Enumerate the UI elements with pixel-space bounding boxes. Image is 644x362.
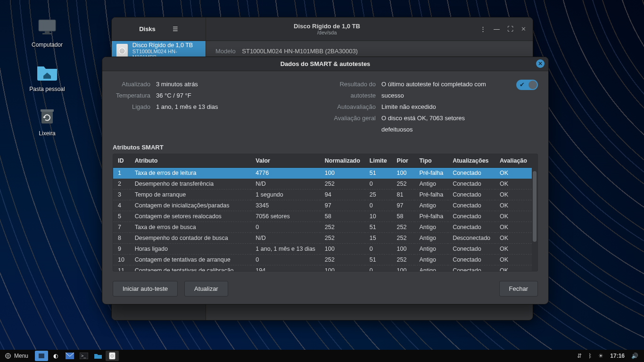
table-cell: N/D [251, 233, 320, 244]
tray-volume-icon[interactable]: 🔊 [631, 353, 638, 359]
table-cell: Taxa de erros de leitura [130, 168, 251, 179]
info-key: Atualizado [113, 79, 150, 90]
table-cell: 252 [392, 222, 415, 233]
table-cell: 94 [320, 189, 365, 200]
column-header[interactable]: Valor [251, 154, 320, 168]
taskbar: Menu ◐ >_ ⇵ ᛒ ☀ 17:16 🔊 [0, 350, 644, 362]
table-cell: 4776 [251, 168, 320, 179]
table-cell: Antigo [414, 244, 448, 255]
table-cell: 252 [320, 255, 365, 265]
column-header[interactable]: Limite [365, 154, 392, 168]
table-cell: 81 [392, 189, 415, 200]
table-row[interactable]: 7Taxa de erros de busca025251252AntigoCo… [113, 222, 532, 233]
table-cell: OK [495, 168, 532, 179]
table-cell: Conectado [448, 211, 495, 222]
table-cell: 11 [113, 265, 130, 272]
info-key: Resultado do autoteste [314, 79, 376, 101]
table-cell: 0 [365, 244, 392, 255]
table-cell: Horas ligado [130, 244, 251, 255]
dialog-titlebar: Dados do SMART & autotestes ✕ [102, 57, 548, 71]
desktop-trash-icon[interactable]: Lixeira [19, 105, 75, 137]
table-row[interactable]: 11Contagem de tentativas de calibração19… [113, 265, 532, 272]
table-cell: Conectado [448, 255, 495, 265]
taskbar-mail-icon[interactable] [63, 351, 76, 361]
taskbar-terminal-icon[interactable]: >_ [77, 351, 91, 361]
table-scrollbar[interactable] [532, 154, 537, 271]
taskbar-firefox-icon[interactable]: ◐ [49, 351, 62, 361]
table-cell: 3 [113, 189, 130, 200]
table-row[interactable]: 5Contagem de setores realocados7056 seto… [113, 211, 532, 222]
table-cell: OK [495, 179, 532, 189]
column-header[interactable]: Avaliação [495, 154, 532, 168]
table-row[interactable]: 8Desempenho do contador de buscaN/D25215… [113, 233, 532, 244]
table-cell: OK [495, 211, 532, 222]
dialog-close-icon[interactable]: ✕ [536, 59, 545, 68]
table-cell: 97 [392, 200, 415, 211]
table-cell: 252 [320, 179, 365, 189]
close-button[interactable]: Fechar [499, 281, 538, 296]
info-key: Autoavaliação [314, 101, 376, 113]
desktop-computer-icon[interactable]: Computador [19, 16, 75, 48]
smart-enable-toggle[interactable]: ✔ [516, 80, 538, 90]
app-title: Disks [139, 25, 156, 33]
menu-button[interactable]: Menu [0, 350, 33, 362]
model-label: Modelo [215, 48, 236, 55]
table-cell: Antigo [414, 255, 448, 265]
table-cell: OK [495, 200, 532, 211]
table-cell: 100 [392, 244, 415, 255]
taskbar-files-icon[interactable] [91, 351, 105, 361]
desktop-home-icon[interactable]: Pasta pessoal [19, 60, 75, 92]
table-row[interactable]: 3Tempo de arranque1 segundo942581Pré-fal… [113, 189, 532, 200]
column-header[interactable]: Pior [392, 154, 415, 168]
table-cell: 51 [365, 255, 392, 265]
table-row[interactable]: 9Horas ligado1 ano, 1 mês e 13 dias10001… [113, 244, 532, 255]
column-header[interactable]: Atributo [130, 154, 251, 168]
info-value: 3 minutos atrás [156, 79, 198, 90]
computer-icon [36, 16, 58, 39]
tray-bluetooth-icon[interactable]: ᛒ [588, 353, 592, 359]
tray-brightness-icon[interactable]: ☀ [598, 353, 603, 359]
table-cell: 5 [113, 211, 130, 222]
desktop-icon-label: Pasta pessoal [19, 86, 75, 92]
info-value: O disco está OK, 7063 setores defeituoso… [381, 113, 497, 135]
column-header[interactable]: ID [113, 154, 130, 168]
drive-menu-icon[interactable]: ⋮ [480, 25, 486, 33]
table-cell: Contagem de tentativas de arranque [130, 255, 251, 265]
column-header[interactable]: Normalizado [320, 154, 365, 168]
taskbar-disks-icon[interactable] [106, 351, 119, 361]
table-cell: 4 [113, 200, 130, 211]
svg-rect-1 [45, 31, 50, 33]
table-cell: 252 [320, 222, 365, 233]
desktop-icon-label: Lixeira [19, 130, 75, 137]
table-cell: Conectado [448, 265, 495, 272]
column-header[interactable]: Tipo [414, 154, 448, 168]
table-cell: 100 [320, 168, 365, 179]
table-row[interactable]: 1Taxa de erros de leitura477610051100Pré… [113, 168, 532, 179]
table-cell: Desempenho de transferência [130, 179, 251, 189]
table-row[interactable]: 2Desempenho de transferênciaN/D2520252An… [113, 179, 532, 189]
info-value: 1 ano, 1 mês e 13 dias [156, 101, 218, 113]
start-selftest-button[interactable]: Iniciar auto-teste [113, 281, 178, 296]
taskbar-show-desktop[interactable] [35, 351, 48, 361]
table-row[interactable]: 10Contagem de tentativas de arranque0252… [113, 255, 532, 265]
table-cell: 51 [365, 222, 392, 233]
tray-network-icon[interactable]: ⇵ [577, 353, 582, 359]
table-cell: 7 [113, 222, 130, 233]
close-icon[interactable]: ✕ [521, 25, 526, 33]
tray-clock[interactable]: 17:16 [610, 353, 625, 359]
model-value: ST1000LM024 HN-M101MBB (2BA30003) [242, 48, 358, 55]
maximize-icon[interactable]: ⛶ [507, 25, 513, 33]
minimize-icon[interactable]: — [494, 25, 500, 33]
table-row[interactable]: 4Contagem de inicializações/paradas33459… [113, 200, 532, 211]
table-cell: 0 [251, 255, 320, 265]
home-folder-icon [36, 60, 58, 83]
table-cell: Antigo [414, 233, 448, 244]
table-cell: Antigo [414, 200, 448, 211]
svg-rect-7 [39, 354, 44, 358]
refresh-button[interactable]: Atualizar [184, 281, 228, 296]
table-cell: N/D [251, 179, 320, 189]
hamburger-icon[interactable]: ☰ [173, 25, 178, 33]
column-header[interactable]: Atualizações [448, 154, 495, 168]
table-cell: 0 [365, 265, 392, 272]
table-cell: 0 [365, 179, 392, 189]
